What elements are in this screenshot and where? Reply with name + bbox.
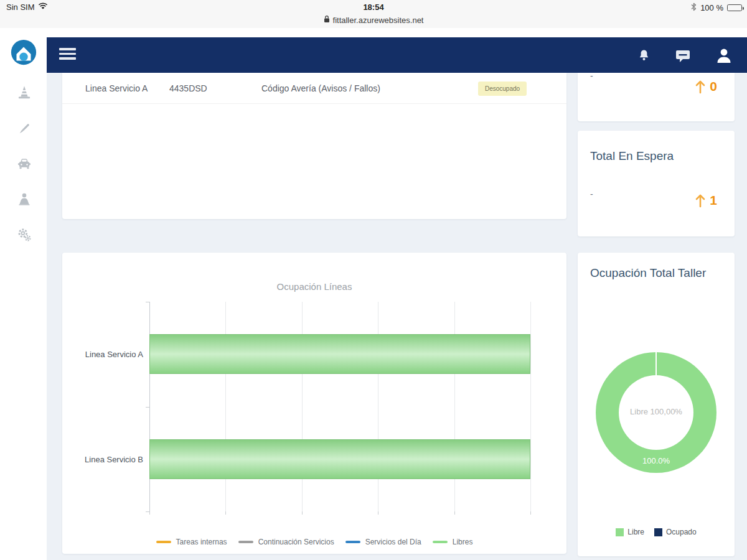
x-tick bbox=[378, 511, 378, 515]
status-bar: Sin SIM 18:54 100 % fittaller.azurewebsi… bbox=[0, 0, 747, 28]
x-tick bbox=[302, 511, 303, 515]
bar-plot bbox=[149, 302, 530, 511]
x-tick bbox=[454, 511, 455, 515]
chat-icon[interactable] bbox=[675, 48, 691, 63]
sidebar-item-settings[interactable] bbox=[16, 227, 32, 243]
legend-item[interactable]: Servicios del Día bbox=[345, 538, 421, 546]
app-header bbox=[47, 37, 747, 73]
legend-label: Servicios del Día bbox=[365, 538, 421, 546]
sidebar-item-vehicles[interactable] bbox=[16, 156, 32, 172]
kpi-dash: - bbox=[590, 73, 593, 81]
donut-chart[interactable]: Libre 100,00% 100.0% bbox=[596, 352, 716, 473]
clock: 18:54 bbox=[0, 2, 747, 12]
x-tick bbox=[530, 511, 531, 515]
bar-chart-title: Ocupación Líneas bbox=[62, 281, 566, 292]
bar-chart-legend: Tareas internasContinuación ServiciosSer… bbox=[62, 538, 566, 546]
legend-swatch bbox=[156, 541, 171, 543]
gridline bbox=[530, 302, 531, 511]
legend-label: Ocupado bbox=[666, 528, 697, 536]
row-line-name: Linea Servicio A bbox=[85, 83, 148, 93]
bar-cat-labels: Linea Servicio ALinea Servicio B bbox=[62, 302, 143, 511]
y-tick bbox=[146, 511, 149, 512]
gridline bbox=[378, 302, 378, 511]
legend-swatch bbox=[616, 528, 624, 536]
legend-label: Libre bbox=[627, 528, 644, 536]
espera-dash: - bbox=[590, 189, 593, 199]
legend-swatch bbox=[654, 528, 662, 536]
bar-category-label: Linea Servicio B bbox=[85, 454, 143, 464]
legend-item[interactable]: Libres bbox=[433, 538, 473, 546]
battery-percent: 100 % bbox=[700, 3, 723, 12]
arrow-up-icon bbox=[695, 79, 706, 94]
gridline bbox=[302, 302, 303, 511]
donut-legend-item[interactable]: Libre bbox=[616, 528, 644, 536]
y-tick bbox=[146, 302, 149, 302]
espera-value: 1 bbox=[695, 193, 717, 208]
main-content: Linea Servicio A 4435DSD Código Avería (… bbox=[47, 73, 747, 560]
legend-swatch bbox=[345, 541, 360, 543]
row-plate: 4435DSD bbox=[169, 83, 207, 93]
address-bar[interactable]: fittaller.azurewebsites.net bbox=[0, 15, 747, 25]
cone-icon bbox=[16, 84, 32, 100]
kpi-card-top: - 0 bbox=[578, 73, 735, 121]
legend-item[interactable]: Continuación Servicios bbox=[238, 538, 334, 546]
status-badge: Desocupado bbox=[478, 82, 527, 96]
legend-label: Tareas internas bbox=[176, 538, 227, 546]
total-en-espera-card: Total En Espera - 1 bbox=[578, 131, 735, 236]
legend-swatch bbox=[433, 541, 448, 543]
x-tick bbox=[149, 511, 150, 515]
donut-slice-label: 100.0% bbox=[596, 456, 716, 465]
sidebar-item-cone[interactable] bbox=[16, 84, 32, 100]
car-icon bbox=[16, 156, 32, 172]
legend-swatch bbox=[238, 541, 253, 543]
screen: Sin SIM 18:54 100 % fittaller.azurewebsi… bbox=[0, 0, 747, 560]
lock-icon bbox=[324, 15, 330, 25]
user-icon[interactable] bbox=[715, 46, 733, 65]
service-table-card: Linea Servicio A 4435DSD Código Avería (… bbox=[62, 73, 566, 219]
legend-label: Libres bbox=[453, 538, 473, 546]
donut-center-label: Libre 100,00% bbox=[596, 407, 716, 416]
donut-title: Ocupación Total Taller bbox=[590, 265, 715, 281]
legend-item[interactable]: Tareas internas bbox=[156, 538, 227, 546]
wrench-icon bbox=[16, 121, 32, 137]
bar-segment-libres[interactable] bbox=[149, 439, 530, 479]
sidebar-item-reception[interactable] bbox=[16, 191, 32, 207]
espera-title: Total En Espera bbox=[590, 148, 674, 164]
bar-category-label: Linea Servicio A bbox=[85, 350, 143, 359]
donut-legend-item[interactable]: Ocupado bbox=[654, 528, 697, 536]
arrow-up-icon bbox=[695, 193, 706, 208]
kpi-top-value: 0 bbox=[695, 79, 717, 94]
bell-icon[interactable] bbox=[637, 48, 651, 63]
battery-icon bbox=[727, 4, 742, 11]
menu-icon[interactable] bbox=[59, 48, 76, 62]
donut-legend: LibreOcupado bbox=[578, 528, 735, 536]
sidebar-item-tools[interactable] bbox=[16, 121, 32, 137]
app-logo[interactable] bbox=[9, 38, 38, 67]
status-indicators: 100 % bbox=[691, 2, 742, 13]
page-top-strip bbox=[0, 28, 747, 37]
y-tick bbox=[146, 407, 149, 408]
gridline bbox=[225, 302, 226, 511]
y-axis-line bbox=[149, 302, 150, 511]
ocupacion-lineas-card: Ocupación Líneas Linea Servicio ALinea S… bbox=[62, 253, 566, 554]
legend-label: Continuación Servicios bbox=[258, 538, 334, 546]
donut-slice-divider bbox=[655, 352, 657, 376]
table-row[interactable]: Linea Servicio A 4435DSD Código Avería (… bbox=[62, 73, 566, 104]
sidebar bbox=[0, 28, 47, 560]
attendant-icon bbox=[16, 191, 32, 207]
row-service: Código Avería (Avisos / Fallos) bbox=[261, 83, 380, 93]
bar-segment-libres[interactable] bbox=[149, 334, 530, 374]
ocupacion-taller-card: Ocupación Total Taller Libre 100,00% 100… bbox=[578, 253, 735, 556]
gears-icon bbox=[16, 227, 32, 243]
x-tick bbox=[225, 511, 226, 515]
bluetooth-icon bbox=[691, 2, 697, 13]
url-text: fittaller.azurewebsites.net bbox=[333, 16, 424, 25]
gridline bbox=[454, 302, 455, 511]
